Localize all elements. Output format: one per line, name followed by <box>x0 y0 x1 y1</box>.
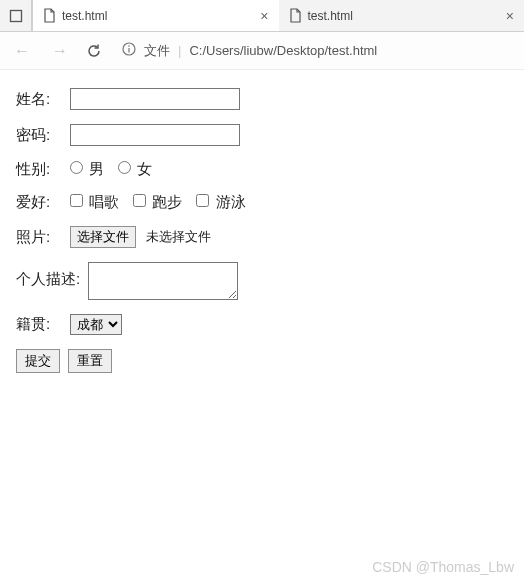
hobby-swim-label: 游泳 <box>216 193 246 210</box>
info-icon <box>122 42 136 59</box>
hobby-sing-label: 唱歌 <box>89 193 119 210</box>
tab-1-title: test.html <box>62 9 107 23</box>
hobby-label: 爱好: <box>16 193 62 212</box>
address-bar[interactable]: 文件 | C:/Users/liubw/Desktop/test.html <box>116 42 514 60</box>
close-icon[interactable]: × <box>260 8 268 24</box>
svg-rect-3 <box>128 48 129 53</box>
forward-icon[interactable]: → <box>48 42 72 60</box>
hobby-sing-checkbox[interactable] <box>70 194 83 207</box>
origin-label: 籍贯: <box>16 315 62 334</box>
reload-icon[interactable] <box>86 43 102 59</box>
hobby-run-checkbox[interactable] <box>133 194 146 207</box>
page-icon <box>43 8 56 23</box>
svg-point-2 <box>128 45 130 47</box>
window-tabs-icon[interactable] <box>0 0 32 31</box>
page-icon <box>289 8 302 23</box>
tab-bar: test.html × test.html × <box>0 0 524 32</box>
gender-male-radio[interactable] <box>70 161 83 174</box>
gender-male-label: 男 <box>89 160 104 177</box>
toolbar: ← → 文件 | C:/Users/liubw/Desktop/test.htm… <box>0 32 524 70</box>
photo-label: 照片: <box>16 228 62 247</box>
choose-file-button[interactable]: 选择文件 <box>70 226 136 248</box>
gender-female-label: 女 <box>137 160 152 177</box>
svg-rect-0 <box>10 10 21 21</box>
desc-label: 个人描述: <box>16 262 80 289</box>
file-status: 未选择文件 <box>146 228 211 246</box>
gender-female-radio[interactable] <box>118 161 131 174</box>
name-label: 姓名: <box>16 90 62 109</box>
back-icon[interactable]: ← <box>10 42 34 60</box>
tab-1[interactable]: test.html × <box>33 0 279 31</box>
tab-2-title: test.html <box>308 9 353 23</box>
protocol-label: 文件 <box>144 42 170 60</box>
watermark: CSDN @Thomas_Lbw <box>372 559 514 575</box>
gender-label: 性别: <box>16 160 62 179</box>
page-content: 姓名: 密码: 性别: 男 女 爱好: 唱歌 跑步 游泳 照片: 选择文件 未选… <box>0 70 524 405</box>
address-path: C:/Users/liubw/Desktop/test.html <box>189 43 377 58</box>
name-input[interactable] <box>70 88 240 110</box>
close-icon[interactable]: × <box>506 8 514 24</box>
origin-select[interactable]: 成都 <box>70 314 122 335</box>
submit-button[interactable]: 提交 <box>16 349 60 373</box>
password-input[interactable] <box>70 124 240 146</box>
reset-button[interactable]: 重置 <box>68 349 112 373</box>
hobby-run-label: 跑步 <box>152 193 182 210</box>
desc-textarea[interactable] <box>88 262 238 300</box>
tab-2[interactable]: test.html × <box>279 0 525 31</box>
password-label: 密码: <box>16 126 62 145</box>
address-separator: | <box>178 43 181 58</box>
hobby-swim-checkbox[interactable] <box>196 194 209 207</box>
